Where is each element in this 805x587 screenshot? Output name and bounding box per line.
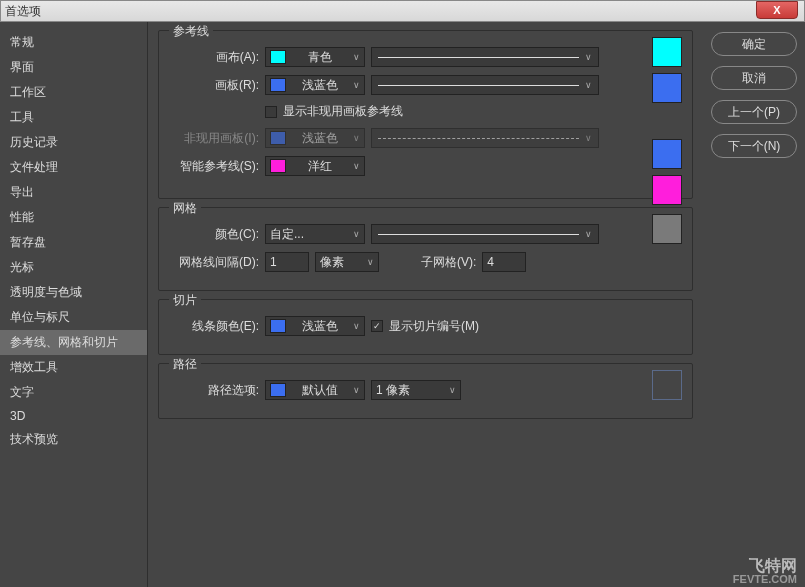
path-options-label: 路径选项: [169, 382, 259, 399]
select-value: 1 像素 [376, 382, 410, 399]
path-options-select[interactable]: 默认值 ∨ [265, 380, 365, 400]
grid-swatch[interactable] [652, 214, 682, 244]
sidebar-item[interactable]: 工作区 [0, 80, 147, 105]
chevron-down-icon: ∨ [353, 133, 360, 143]
swatch-icon [270, 319, 286, 333]
chevron-down-icon: ∨ [353, 385, 360, 395]
show-slice-numbers-checkbox[interactable] [371, 320, 383, 332]
chevron-down-icon: ∨ [353, 161, 360, 171]
sidebar-item[interactable]: 导出 [0, 180, 147, 205]
canvas-line-style[interactable]: ∨ [371, 47, 599, 67]
sidebar-item[interactable]: 透明度与色域 [0, 280, 147, 305]
sidebar-item[interactable]: 历史记录 [0, 130, 147, 155]
smart-color-select[interactable]: 洋红 ∨ [265, 156, 365, 176]
section-title: 网格 [169, 200, 201, 217]
next-button[interactable]: 下一个(N) [711, 134, 797, 158]
chevron-down-icon: ∨ [353, 321, 360, 331]
path-section: 路径 路径选项: 默认值 ∨ 1 像素 ∨ [158, 363, 693, 419]
sidebar-item[interactable]: 文字 [0, 380, 147, 405]
swatch-icon [270, 159, 286, 173]
guides-section: 参考线 画布(A): 青色 ∨ ∨ 画板(R): 浅蓝色 ∨ ∨ [158, 30, 693, 199]
subdiv-input[interactable] [482, 252, 526, 272]
sidebar-item[interactable]: 单位与标尺 [0, 305, 147, 330]
path-width-select[interactable]: 1 像素 ∨ [371, 380, 461, 400]
spacing-input[interactable] [265, 252, 309, 272]
watermark: 飞特网 FEVTE.COM [733, 558, 797, 585]
chevron-down-icon: ∨ [353, 229, 360, 239]
canvas-swatch[interactable] [652, 37, 682, 67]
watermark-line2: FEVTE.COM [733, 574, 797, 585]
select-value: 浅蓝色 [302, 77, 338, 94]
select-value: 自定... [270, 226, 304, 243]
titlebar: 首选项 X [0, 0, 805, 22]
right-panel: 确定 取消 上一个(P) 下一个(N) [703, 22, 805, 587]
grid-line-style[interactable]: ∨ [371, 224, 599, 244]
window-title: 首选项 [5, 3, 41, 20]
show-slice-numbers-label: 显示切片编号(M) [389, 318, 479, 335]
select-value: 洋红 [308, 158, 332, 175]
sidebar-item[interactable]: 技术预览 [0, 427, 147, 452]
swatch-icon [270, 131, 286, 145]
sidebar-item[interactable]: 3D [0, 405, 147, 427]
close-icon: X [773, 4, 780, 16]
slice-color-select[interactable]: 浅蓝色 ∨ [265, 316, 365, 336]
artboard-color-select[interactable]: 浅蓝色 ∨ [265, 75, 365, 95]
sidebar-item[interactable]: 常规 [0, 30, 147, 55]
chevron-down-icon: ∨ [585, 80, 592, 90]
swatch-icon [270, 50, 286, 64]
artboard-label: 画板(R): [169, 77, 259, 94]
sidebar-item[interactable]: 性能 [0, 205, 147, 230]
slices-section: 切片 线条颜色(E): 浅蓝色 ∨ 显示切片编号(M) [158, 299, 693, 355]
chevron-down-icon: ∨ [585, 229, 592, 239]
sidebar-item[interactable]: 增效工具 [0, 355, 147, 380]
select-value: 浅蓝色 [302, 130, 338, 147]
inactive-swatch[interactable] [652, 139, 682, 169]
section-title: 切片 [169, 292, 201, 309]
grid-color-label: 颜色(C): [169, 226, 259, 243]
spacing-label: 网格线间隔(D): [169, 254, 259, 271]
chevron-down-icon: ∨ [353, 52, 360, 62]
artboard-swatch[interactable] [652, 73, 682, 103]
sidebar-item[interactable]: 界面 [0, 55, 147, 80]
canvas-label: 画布(A): [169, 49, 259, 66]
watermark-line1: 飞特网 [733, 558, 797, 574]
content-area: 参考线 画布(A): 青色 ∨ ∨ 画板(R): 浅蓝色 ∨ ∨ [148, 22, 703, 587]
select-value: 像素 [320, 254, 344, 271]
show-inactive-label: 显示非现用画板参考线 [283, 103, 403, 120]
chevron-down-icon: ∨ [449, 385, 456, 395]
ok-button[interactable]: 确定 [711, 32, 797, 56]
canvas-color-select[interactable]: 青色 ∨ [265, 47, 365, 67]
sidebar-item[interactable]: 文件处理 [0, 155, 147, 180]
inactive-line-style[interactable]: ∨ [371, 128, 599, 148]
swatch-icon [270, 78, 286, 92]
swatch-icon [270, 383, 286, 397]
inactive-label: 非现用画板(I): [169, 130, 259, 147]
artboard-line-style[interactable]: ∨ [371, 75, 599, 95]
sidebar-item[interactable]: 工具 [0, 105, 147, 130]
smart-label: 智能参考线(S): [169, 158, 259, 175]
sidebar-item[interactable]: 暂存盘 [0, 230, 147, 255]
smart-swatch[interactable] [652, 175, 682, 205]
path-swatch[interactable] [652, 370, 682, 400]
show-inactive-checkbox[interactable] [265, 106, 277, 118]
select-value: 青色 [308, 49, 332, 66]
chevron-down-icon: ∨ [585, 133, 592, 143]
spacing-unit-select[interactable]: 像素 ∨ [315, 252, 379, 272]
section-title: 参考线 [169, 23, 213, 40]
chevron-down-icon: ∨ [353, 80, 360, 90]
grid-color-select[interactable]: 自定... ∨ [265, 224, 365, 244]
grid-section: 网格 颜色(C): 自定... ∨ ∨ 网格线间隔(D): 像素 ∨ 子网格(V… [158, 207, 693, 291]
select-value: 浅蓝色 [302, 318, 338, 335]
inactive-color-select[interactable]: 浅蓝色 ∨ [265, 128, 365, 148]
prev-button[interactable]: 上一个(P) [711, 100, 797, 124]
sidebar-item[interactable]: 参考线、网格和切片 [0, 330, 147, 355]
sidebar: 常规界面工作区工具历史记录文件处理导出性能暂存盘光标透明度与色域单位与标尺参考线… [0, 22, 148, 587]
slice-color-label: 线条颜色(E): [169, 318, 259, 335]
sidebar-item[interactable]: 光标 [0, 255, 147, 280]
section-title: 路径 [169, 356, 201, 373]
cancel-button[interactable]: 取消 [711, 66, 797, 90]
chevron-down-icon: ∨ [367, 257, 374, 267]
select-value: 默认值 [302, 382, 338, 399]
subdiv-label: 子网格(V): [421, 254, 476, 271]
close-button[interactable]: X [756, 1, 798, 19]
